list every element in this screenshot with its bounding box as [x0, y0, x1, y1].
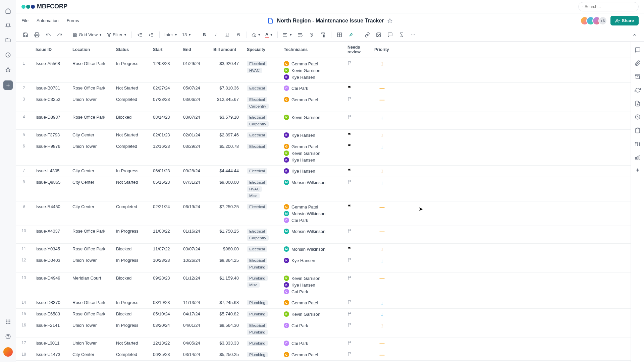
- col-location[interactable]: Location: [68, 42, 112, 58]
- refresh-icon[interactable]: [634, 86, 641, 94]
- cell-status[interactable]: In Progress: [112, 58, 149, 83]
- table-row[interactable]: 17 Issue-L3011 Union Tower Not Started 1…: [16, 338, 631, 349]
- cell-priority[interactable]: —: [370, 94, 394, 112]
- cell-bill[interactable]: $7,810.36: [209, 83, 243, 94]
- cell-priority[interactable]: !: [370, 244, 394, 255]
- add-button[interactable]: [3, 80, 13, 90]
- cell-location[interactable]: City Center: [68, 201, 112, 226]
- redo-icon[interactable]: [55, 30, 64, 40]
- cell-bill[interactable]: $8,364.25: [209, 255, 243, 273]
- fontsize-dropdown[interactable]: 13▼: [181, 30, 193, 40]
- table-row[interactable]: 10 Issue-X4037 Rose Office Park In Progr…: [16, 226, 631, 244]
- cell-end[interactable]: 03/07/24: [179, 244, 209, 255]
- cell-bill[interactable]: $7,250.25: [209, 201, 243, 226]
- cell-review[interactable]: [343, 58, 370, 83]
- cell-specialty[interactable]: Electrical: [243, 141, 280, 166]
- link-icon[interactable]: [363, 30, 372, 40]
- cell-technicians[interactable]: GGemma Patel: [280, 349, 343, 361]
- cell-bill[interactable]: $3,579.10: [209, 112, 243, 130]
- settings-icon[interactable]: [634, 140, 641, 147]
- cell-empty[interactable]: [394, 273, 631, 297]
- cell-start[interactable]: 05/10/24: [149, 309, 179, 320]
- cell-priority[interactable]: !: [370, 320, 394, 338]
- flag-icon[interactable]: [347, 229, 366, 233]
- cell-location[interactable]: Rose Office Park: [68, 58, 112, 83]
- cell-start[interactable]: 05/16/23: [149, 177, 179, 201]
- folder-icon[interactable]: [4, 36, 12, 44]
- cell-issue[interactable]: Issue-U1473: [32, 349, 68, 361]
- cell-issue[interactable]: Issue-D4949: [32, 273, 68, 297]
- cell-technicians[interactable]: GGemma Patel: [280, 94, 343, 112]
- user-avatar[interactable]: [3, 347, 13, 357]
- outdent-icon[interactable]: [135, 30, 145, 40]
- menu-automation[interactable]: Automation: [37, 18, 59, 23]
- attachments-icon[interactable]: [634, 60, 641, 67]
- clear-format-icon[interactable]: [307, 30, 316, 40]
- cell-priority[interactable]: !: [370, 166, 394, 177]
- cell-status[interactable]: Not Started: [112, 83, 149, 94]
- flag-icon[interactable]: [347, 246, 366, 251]
- cell-issue[interactable]: Issue-C3252: [32, 94, 68, 112]
- cell-bill[interactable]: $4,444.44: [209, 166, 243, 177]
- table-row[interactable]: 18 Issue-U1473 City Center Completed 06/…: [16, 349, 631, 361]
- cell-end[interactable]: 03/06/24: [179, 94, 209, 112]
- cell-bill[interactable]: $7,245.68: [209, 297, 243, 309]
- flag-icon[interactable]: [347, 97, 366, 102]
- cell-end[interactable]: 10/26/24: [179, 255, 209, 273]
- cell-review[interactable]: [343, 112, 370, 130]
- cell-empty[interactable]: [394, 338, 631, 349]
- cell-issue[interactable]: Issue-A5568: [32, 58, 68, 83]
- table-row[interactable]: 6 Issue-H9876 Union Tower Completed 12/1…: [16, 141, 631, 166]
- image-icon[interactable]: [374, 30, 383, 40]
- cell-start[interactable]: 02/27/24: [149, 83, 179, 94]
- col-start[interactable]: Start: [149, 42, 179, 58]
- cell-start[interactable]: 08/19/23: [149, 297, 179, 309]
- cell-status[interactable]: In Progress: [112, 297, 149, 309]
- menu-forms[interactable]: Forms: [67, 18, 79, 23]
- cell-start[interactable]: 06/25/23: [149, 349, 179, 361]
- cell-end[interactable]: 05/07/24: [179, 83, 209, 94]
- cell-bill[interactable]: $1,750.25: [209, 226, 243, 244]
- fill-color-icon[interactable]: ▼: [250, 30, 262, 40]
- cell-empty[interactable]: [394, 112, 631, 130]
- bell-icon[interactable]: [4, 21, 12, 29]
- cell-status[interactable]: In Progress: [112, 320, 149, 338]
- cell-specialty[interactable]: ElectricalHVACMisc: [243, 177, 280, 201]
- cell-location[interactable]: City Center: [68, 177, 112, 201]
- cell-technicians[interactable]: GGemma PatelKKevin GarrisonKKye Hansen: [280, 141, 343, 166]
- cell-location[interactable]: Rose Office Park: [68, 244, 112, 255]
- table-row[interactable]: 14 Issue-D8370 Rose Office Park In Progr…: [16, 297, 631, 309]
- table-row[interactable]: 4 Issue-D8987 Rose Office Park Blocked 0…: [16, 112, 631, 130]
- cell-technicians[interactable]: GGemma Patel: [280, 297, 343, 309]
- cell-end[interactable]: 04/01/24: [179, 320, 209, 338]
- cell-technicians[interactable]: KKye Hansen: [280, 255, 343, 273]
- cell-technicians[interactable]: GGemma PatelKKevin GarrisonKKye Hansen: [280, 58, 343, 83]
- cell-issue[interactable]: Issue-L3011: [32, 338, 68, 349]
- archive-icon[interactable]: [634, 73, 641, 80]
- cell-review[interactable]: [343, 349, 370, 361]
- cell-bill[interactable]: $3,920.47: [209, 58, 243, 83]
- text-color-icon[interactable]: A▼: [264, 30, 274, 40]
- cell-issue[interactable]: Issue-F3793: [32, 130, 68, 141]
- cell-priority[interactable]: !: [370, 58, 394, 83]
- cell-specialty[interactable]: ElectricalCarpentry: [243, 94, 280, 112]
- cell-priority[interactable]: —: [370, 201, 394, 226]
- clipboard-icon[interactable]: [634, 127, 641, 134]
- col-bill[interactable]: Bill amount: [209, 42, 243, 58]
- cell-review[interactable]: [343, 309, 370, 320]
- brand-logo[interactable]: MBFCORP: [21, 3, 67, 10]
- table-row[interactable]: 16 Issue-F2141 Union Tower In Progress 0…: [16, 320, 631, 338]
- cell-issue[interactable]: Issue-X4037: [32, 226, 68, 244]
- bold-icon[interactable]: B: [200, 30, 209, 40]
- cell-status[interactable]: Blocked: [112, 244, 149, 255]
- cell-end[interactable]: 03/29/24: [179, 141, 209, 166]
- cell-review[interactable]: [343, 320, 370, 338]
- cell-priority[interactable]: ↓: [370, 177, 394, 201]
- cell-location[interactable]: City Center: [68, 349, 112, 361]
- cell-specialty[interactable]: Plumbing: [243, 349, 280, 361]
- cell-technicians[interactable]: KKevin Garrison: [280, 309, 343, 320]
- data-grid[interactable]: Issue ID Location Status Start End Bill …: [16, 42, 631, 362]
- home-icon[interactable]: [4, 7, 12, 15]
- cell-priority[interactable]: —: [370, 349, 394, 361]
- cell-status[interactable]: Completed: [112, 141, 149, 166]
